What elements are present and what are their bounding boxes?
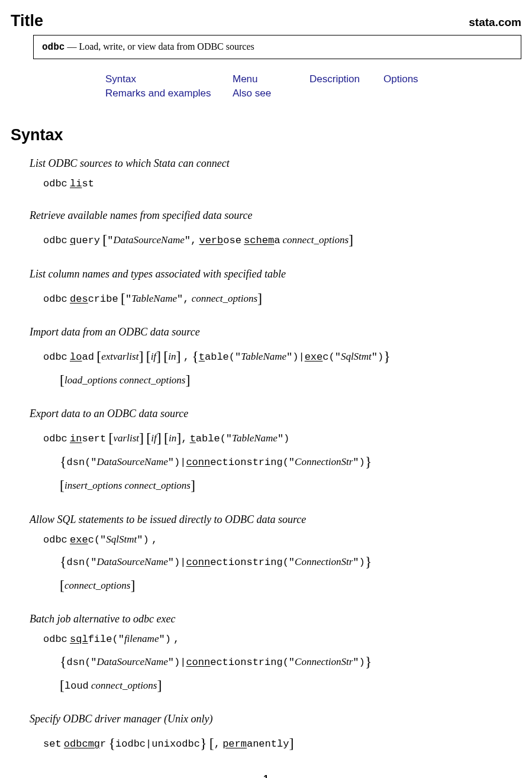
desc-odbcmgr: Specify ODBC driver manager (Unix only) (30, 713, 521, 725)
nav-options[interactable]: Options (383, 73, 449, 85)
syntax-exec: odbc exec("SqlStmt") , {dsn("DataSourceN… (43, 532, 521, 596)
nav-menu[interactable]: Menu (233, 73, 309, 85)
nav-alsosee[interactable]: Also see (233, 88, 309, 99)
syntax-describe: odbc describe ["TableName", connect_opti… (43, 286, 521, 308)
desc-load: Import data from an ODBC data source (30, 326, 521, 338)
nav-remarks[interactable]: Remarks and examples (105, 88, 233, 99)
title-sep: — (65, 41, 79, 51)
desc-describe: List column names and types associated w… (30, 268, 521, 280)
nav-description[interactable]: Description (309, 73, 383, 85)
title-heading: Title (11, 12, 43, 30)
title-box: odbc — Load, write, or view data from OD… (33, 35, 521, 59)
desc-query: Retrieve available names from specified … (30, 209, 521, 222)
title-desc: Load, write, or view data from ODBC sour… (79, 41, 254, 51)
desc-list: List ODBC sources to which Stata can con… (30, 157, 521, 170)
desc-exec: Allow SQL statements to be issued direct… (30, 514, 521, 526)
page-number: 1 (11, 774, 521, 778)
syntax-insert: odbc insert [varlist] [if] [in], table("… (43, 426, 521, 496)
nav-links: Syntax Menu Description Options Remarks … (105, 73, 521, 99)
syntax-heading: Syntax (11, 126, 521, 144)
syntax-odbcmgr: set odbcmgr {iodbc|unixodbc} [, permanen… (43, 731, 521, 753)
syntax-query: odbc query ["DataSourceName", verbose sc… (43, 228, 521, 250)
syntax-sqlfile: odbc sqlfile("filename") , {dsn("DataSou… (43, 631, 521, 695)
desc-insert: Export data to an ODBC data source (30, 408, 521, 420)
syntax-list: odbc list (43, 176, 521, 192)
title-cmd: odbc (42, 42, 65, 53)
nav-syntax[interactable]: Syntax (105, 73, 233, 85)
stata-link[interactable]: stata.com (469, 16, 521, 29)
syntax-load: odbc load [extvarlist] [if] [in] , {tabl… (43, 344, 521, 390)
desc-sqlfile: Batch job alternative to odbc exec (30, 613, 521, 625)
